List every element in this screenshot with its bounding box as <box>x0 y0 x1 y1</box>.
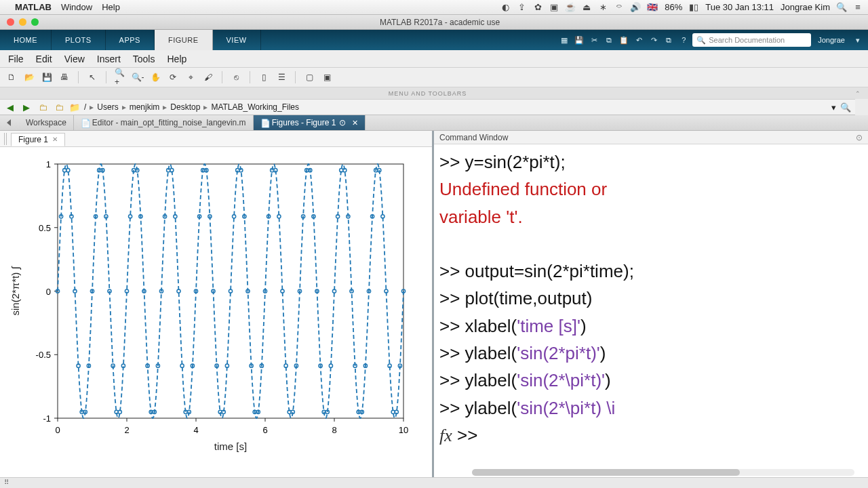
svg-text:-0.5: -0.5 <box>36 350 51 360</box>
save-icon[interactable]: 💾 <box>573 34 585 46</box>
toolstrip-tab-figure[interactable]: FIGURE <box>155 30 213 50</box>
paste-icon[interactable]: 📋 <box>618 34 630 46</box>
brush-icon[interactable]: 🖌 <box>202 71 214 83</box>
search-icon: 🔍 <box>696 36 706 45</box>
tray-icon[interactable]: ◐ <box>500 3 510 12</box>
link-plot-icon[interactable]: ⎋ <box>230 71 242 83</box>
close-window-button[interactable] <box>7 18 14 26</box>
menu-help[interactable]: Help <box>102 2 120 12</box>
toolstrip-tab-view[interactable]: VIEW <box>213 30 261 50</box>
svg-text:-1: -1 <box>43 413 51 424</box>
menu-edit[interactable]: Edit <box>36 54 52 64</box>
figure-tab[interactable]: Figure 1 ✕ <box>11 133 65 146</box>
tray-icon[interactable]: ☕ <box>566 3 575 12</box>
svg-text:0.5: 0.5 <box>39 223 51 233</box>
undo-icon[interactable]: ↶ <box>633 34 645 46</box>
collapse-toolstrip-icon[interactable]: ⌃ <box>855 87 868 100</box>
tray-icon[interactable]: ✿ <box>533 3 542 12</box>
menu-file[interactable]: File <box>8 54 24 64</box>
tray-icon[interactable]: ▣ <box>549 3 559 12</box>
data-cursor-icon[interactable]: ⌖ <box>184 71 197 83</box>
forward-icon[interactable]: ▶ <box>20 101 33 113</box>
search-documentation-input[interactable]: 🔍 Search Documentation <box>692 33 811 47</box>
new-figure-icon[interactable]: 🗋 <box>5 71 18 83</box>
help-icon[interactable]: ? <box>677 34 690 46</box>
redo-icon[interactable]: ↷ <box>648 34 660 46</box>
hide-plot-tools-icon[interactable]: ▢ <box>303 71 315 83</box>
print-icon[interactable]: 🖶 <box>58 71 71 83</box>
menu-view[interactable]: View <box>64 54 85 64</box>
plot-axes[interactable]: 0246810-1-0.500.51time [s]sin(2*π*t) ∫ <box>7 154 424 455</box>
menu-help[interactable]: Help <box>167 54 186 64</box>
panel-tab[interactable]: 📄Editor - main_opt_fitting_noise_langevi… <box>74 115 254 130</box>
toolstrip-tab-home[interactable]: HOME <box>0 30 52 50</box>
dock-icon[interactable]: ⊙ <box>856 133 863 142</box>
menu-insert[interactable]: Insert <box>97 54 121 64</box>
search-folder-icon[interactable]: 🔍 <box>840 102 851 113</box>
open-icon[interactable]: 📂 <box>23 71 35 83</box>
minimize-window-button[interactable] <box>19 18 26 26</box>
svg-text:4: 4 <box>193 425 198 435</box>
signed-in-user[interactable]: Jongrae <box>814 36 849 44</box>
app-name[interactable]: MATLAB <box>15 2 52 12</box>
rotate3d-icon[interactable]: ⟳ <box>167 71 179 83</box>
drag-handle[interactable] <box>4 133 8 145</box>
svg-text:sin(2*π*t) ∫: sin(2*π*t) ∫ <box>9 266 22 316</box>
battery-icon[interactable]: ▮▯ <box>689 3 698 12</box>
svg-text:8: 8 <box>332 425 336 435</box>
folder-icon: 📁 <box>69 102 80 113</box>
close-tab-icon[interactable]: ✕ <box>52 136 58 143</box>
tray-icon[interactable]: ⏏ <box>582 3 591 12</box>
up-folder-icon[interactable]: 🗀 <box>37 101 49 113</box>
keyboard-flag[interactable]: 🇬🇧 <box>647 2 658 12</box>
show-plot-tools-icon[interactable]: ▣ <box>321 71 333 83</box>
svg-text:1: 1 <box>46 159 51 169</box>
svg-text:0: 0 <box>55 425 60 435</box>
spotlight-icon[interactable]: 🔍 <box>837 3 846 12</box>
svg-point-75 <box>229 289 232 293</box>
zoom-out-icon[interactable]: 🔍- <box>132 71 144 83</box>
copy-icon[interactable]: ⧉ <box>603 34 615 46</box>
legend-icon[interactable]: ☰ <box>275 71 288 83</box>
user-name[interactable]: Jongrae Kim <box>781 2 830 12</box>
volume-icon[interactable]: 🔊 <box>631 3 640 12</box>
svg-text:10: 10 <box>399 425 408 435</box>
panel-tab[interactable]: 📄Figures - Figure 1 ⊙✕ <box>254 115 366 130</box>
horizontal-scrollbar[interactable] <box>472 469 854 476</box>
browse-folder-icon[interactable]: 🗀 <box>53 101 65 113</box>
colorbar-icon[interactable]: ▯ <box>258 71 270 83</box>
figure-toolbar: 🗋 📂 💾 🖶 ↖ 🔍+ 🔍- ✋ ⟳ ⌖ 🖌 ⎋ ▯ ☰ ▢ ▣ <box>0 68 868 87</box>
edit-plot-icon[interactable]: ↖ <box>86 71 98 83</box>
dropdown-icon[interactable]: ▾ <box>852 34 864 46</box>
pan-icon[interactable]: ✋ <box>149 71 161 83</box>
wifi-icon[interactable]: ⌔ <box>614 3 624 12</box>
breadcrumb-dropdown-icon[interactable]: ▾ <box>831 102 836 113</box>
document-tabs: Workspace📄Editor - main_opt_fitting_nois… <box>0 115 868 131</box>
clock[interactable]: Tue 30 Jan 13:11 <box>705 2 774 12</box>
save-figure-icon[interactable]: 💾 <box>41 71 53 83</box>
command-window[interactable]: >> y=sin(2*pi*t);Undefined function orva… <box>434 144 868 477</box>
back-icon[interactable]: ◀ <box>4 101 16 113</box>
close-tab-icon[interactable]: ✕ <box>352 119 358 127</box>
notification-center-icon[interactable]: ≡ <box>853 3 863 12</box>
bluetooth-icon[interactable]: ∗ <box>598 3 608 12</box>
window-title: MATLAB R2017a - academic use <box>39 18 841 27</box>
menu-tools[interactable]: Tools <box>133 54 155 64</box>
mac-menu-bar: MATLAB Window Help ◐ ⇪ ✿ ▣ ☕ ⏏ ∗ ⌔ 🔊 🇬🇧 … <box>0 0 868 15</box>
dropbox-icon[interactable]: ⇪ <box>517 3 526 12</box>
zoom-window-button[interactable] <box>31 18 39 26</box>
cut-icon[interactable]: ✂ <box>588 34 600 46</box>
toolstrip-icon[interactable]: ⧉ <box>663 34 675 46</box>
svg-point-89 <box>277 215 281 218</box>
toolstrip-tab-apps[interactable]: APPS <box>106 30 155 50</box>
zoom-in-icon[interactable]: 🔍+ <box>114 71 126 83</box>
breadcrumb[interactable]: /▸Users▸menjkim▸Desktop▸MATLAB_Working_F… <box>84 102 299 112</box>
menu-window[interactable]: Window <box>61 2 92 12</box>
toolstrip-tab-plots[interactable]: PLOTS <box>52 30 106 50</box>
toolstrip-icon[interactable]: ▦ <box>558 34 570 46</box>
panel-tab[interactable]: Workspace <box>0 115 74 130</box>
battery-percent[interactable]: 86% <box>665 2 682 12</box>
menus-toolbars-label: MENU AND TOOLBARS ⌃ <box>0 87 868 99</box>
toolstrip: HOMEPLOTSAPPSFIGUREVIEW ▦ 💾 ✂ ⧉ 📋 ↶ ↷ ⧉ … <box>0 30 868 50</box>
svg-point-61 <box>180 364 184 367</box>
